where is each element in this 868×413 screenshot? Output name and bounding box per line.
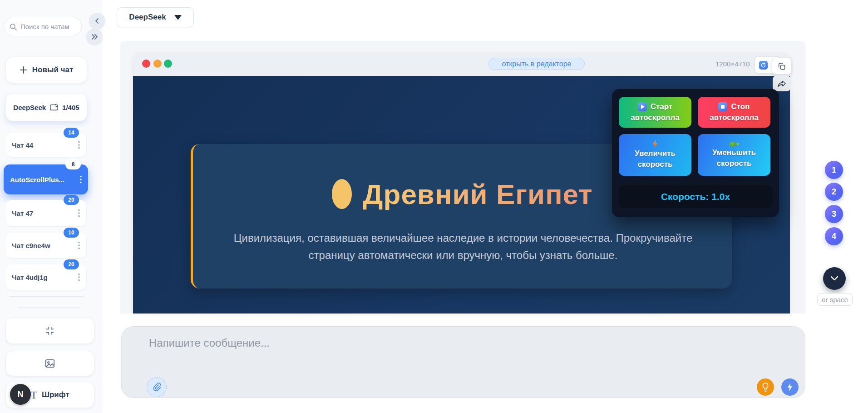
lightbulb-icon [761, 382, 770, 392]
window-zoom-dot [164, 60, 172, 68]
scroll-down-button[interactable] [823, 267, 846, 290]
chevron-left-icon [94, 18, 100, 24]
autoscroll-control-panel: Старт автоскролла Стоп автоскролла Увели… [612, 89, 779, 217]
send-button[interactable] [781, 378, 799, 396]
sun-circle-icon [332, 179, 352, 209]
chat-name: Чат 47 [12, 209, 78, 217]
chevron-down-icon [830, 275, 839, 282]
paperclip-icon [152, 382, 161, 392]
chat-list-item[interactable]: 10 Чат c9ne4w [5, 233, 86, 258]
kebab-menu-icon[interactable] [78, 273, 80, 281]
chat-list-item[interactable]: 8 AutoScrollPlus... [4, 164, 88, 194]
collapse-sidebar-button[interactable] [89, 13, 105, 29]
play-icon [638, 102, 647, 111]
chat-list-item[interactable]: 20 Чат 4udj1g [5, 264, 86, 290]
send-bolt-icon [787, 383, 793, 391]
lightning-icon [652, 140, 658, 148]
caret-down-icon [174, 15, 182, 20]
kebab-menu-icon[interactable] [78, 141, 80, 149]
section-nav-dot[interactable]: 4 [825, 227, 843, 245]
start-autoscroll-button[interactable]: Старт автоскролла [619, 97, 691, 128]
sidebar-divider [9, 296, 84, 297]
window-close-dot [142, 60, 150, 68]
font-button-label: Шрифт [42, 390, 69, 399]
copy-icon [777, 62, 786, 71]
share-arrow-icon [777, 79, 787, 88]
unread-badge: 14 [64, 128, 79, 138]
kebab-menu-icon[interactable] [78, 241, 80, 249]
new-chat-label: Новый чат [32, 65, 73, 75]
unread-badge: 20 [64, 195, 79, 205]
section-nav-dot[interactable]: 1 [825, 161, 843, 179]
speed-value: Скорость: 1.0x [661, 191, 730, 202]
search-icon [10, 23, 17, 30]
page-dimensions-label: 1200×4710 [715, 60, 750, 68]
turtle-icon [729, 141, 739, 147]
kebab-menu-icon[interactable] [80, 175, 82, 184]
think-mode-button[interactable] [757, 378, 774, 396]
search-input[interactable] [20, 23, 75, 30]
kebab-menu-icon[interactable] [78, 209, 80, 217]
chat-list-item[interactable]: 20 Чат 47 [5, 200, 86, 226]
chat-search[interactable] [4, 17, 82, 36]
app-root: T Шрифт N Новый чат DeepSeek 1/405 14 Ча… [0, 0, 868, 413]
wallet-icon [49, 103, 59, 111]
image-icon [44, 358, 56, 369]
model-name: DeepSeek [13, 104, 46, 111]
attach-file-button[interactable] [147, 377, 167, 397]
chevrons-right-icon [91, 34, 98, 40]
unread-badge: 20 [64, 259, 79, 269]
expand-panel-button[interactable] [86, 29, 103, 45]
increase-speed-button[interactable]: Увеличить скорость [619, 134, 691, 176]
sidebar-divider [18, 307, 81, 308]
share-button[interactable] [773, 75, 791, 91]
copy-button[interactable] [772, 58, 792, 75]
section-nav-dot[interactable]: 3 [825, 205, 843, 223]
model-usage-counter: 1/405 [62, 104, 79, 111]
section-nav-dot[interactable]: 2 [825, 183, 843, 201]
chat-name: AutoScrollPlus... [10, 176, 80, 184]
unread-badge: 8 [65, 159, 81, 169]
refresh-icon [759, 61, 768, 70]
open-in-editor-button[interactable]: открыть в редакторе [488, 58, 585, 70]
decrease-speed-button[interactable]: Уменьшить скорость [698, 134, 770, 176]
model-selector-label: DeepSeek [129, 13, 166, 22]
message-composer[interactable] [121, 326, 805, 398]
sidebar-item-deepseek[interactable]: DeepSeek 1/405 [5, 93, 87, 121]
space-hint-label: or space [817, 293, 853, 306]
stop-autoscroll-button[interactable]: Стоп автоскролла [698, 97, 770, 128]
background-image-button[interactable] [5, 351, 94, 376]
stop-icon [718, 102, 727, 111]
browser-chrome [133, 53, 790, 76]
chat-name: Чат 44 [12, 141, 78, 149]
new-chat-button[interactable]: Новый чат [5, 57, 87, 83]
chat-list-item[interactable]: 14 Чат 44 [5, 133, 86, 157]
chat-name: Чат c9ne4w [12, 242, 78, 249]
compress-button[interactable] [5, 317, 94, 344]
compress-icon [45, 326, 55, 336]
model-selector-dropdown[interactable]: DeepSeek [117, 7, 194, 27]
chat-name: Чат 4udj1g [12, 274, 78, 281]
font-letter-icon: T [30, 389, 37, 401]
avatar[interactable]: N [10, 384, 31, 405]
message-input[interactable] [149, 337, 739, 364]
plus-icon [20, 66, 28, 74]
hero-title: Древний Египет [363, 178, 592, 210]
speed-indicator: Скорость: 1.0x [619, 185, 772, 208]
window-minimize-dot [153, 60, 162, 68]
unread-badge: 10 [64, 228, 79, 238]
hero-description: Цивилизация, оставившая величайшее насле… [211, 229, 715, 264]
